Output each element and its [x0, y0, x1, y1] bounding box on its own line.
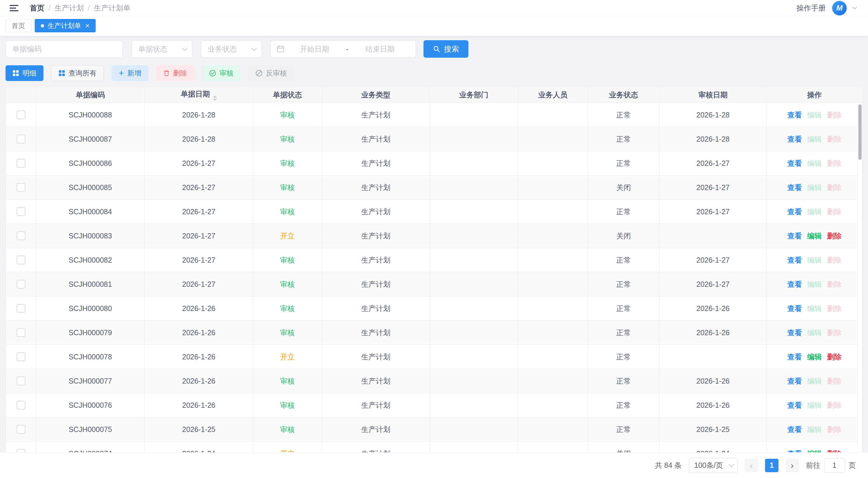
delete-button[interactable]: 删除 [156, 65, 194, 81]
prev-page-button[interactable]: ‹ [745, 459, 758, 472]
view-link[interactable]: 查看 [787, 207, 802, 216]
delete-link[interactable]: 删除 [827, 135, 842, 143]
edit-link[interactable]: 编辑 [807, 183, 822, 192]
cell-biz-type: 生产计划 [322, 200, 430, 224]
row-checkbox[interactable] [17, 352, 25, 361]
delete-link[interactable]: 删除 [827, 183, 842, 192]
cell-actions: 查看编辑删除 [767, 297, 862, 320]
view-link[interactable]: 查看 [787, 232, 802, 240]
row-checkbox[interactable] [17, 401, 25, 410]
edit-link[interactable]: 编辑 [807, 329, 822, 337]
view-link[interactable]: 查看 [787, 353, 802, 361]
row-checkbox[interactable] [17, 183, 25, 192]
audit-button[interactable]: 审核 [202, 65, 241, 81]
edit-link[interactable]: 编辑 [807, 401, 822, 409]
delete-link[interactable]: 删除 [827, 377, 842, 385]
row-checkbox[interactable] [17, 159, 25, 168]
edit-link[interactable]: 编辑 [807, 159, 822, 167]
view-link[interactable]: 查看 [787, 256, 802, 264]
biz-status-select[interactable]: 业务状态 [201, 40, 261, 58]
view-link[interactable]: 查看 [787, 377, 802, 385]
delete-link[interactable]: 删除 [827, 232, 842, 240]
view-link[interactable]: 查看 [787, 111, 802, 119]
vertical-scrollbar-thumb[interactable] [858, 104, 862, 160]
page-number-button[interactable]: 1 [765, 459, 778, 472]
tab-production-plan[interactable]: 生产计划单 × [35, 19, 96, 32]
avatar[interactable]: M [832, 1, 847, 15]
cell-biz-type: 生产计划 [322, 320, 430, 345]
edit-link[interactable]: 编辑 [807, 280, 822, 288]
doc-code-input[interactable] [5, 40, 123, 58]
col-doc-status: 单据状态 [253, 87, 322, 103]
tab-home[interactable]: 首页 [5, 19, 31, 32]
delete-link[interactable]: 删除 [827, 207, 842, 216]
breadcrumb-production-plan[interactable]: 生产计划 [55, 3, 84, 13]
edit-link[interactable]: 编辑 [807, 425, 822, 434]
row-checkbox[interactable] [17, 110, 25, 119]
vertical-scrollbar-track[interactable] [858, 103, 862, 452]
next-page-button[interactable]: › [785, 459, 799, 472]
sort-caret-icon[interactable] [213, 96, 217, 101]
row-checkbox[interactable] [17, 304, 25, 313]
query-all-button[interactable]: 查询所有 [51, 65, 104, 81]
row-checkbox[interactable] [17, 135, 25, 143]
row-checkbox[interactable] [17, 328, 25, 337]
delete-link[interactable]: 删除 [827, 280, 842, 288]
doc-status-select[interactable]: 单据状态 [131, 40, 192, 58]
delete-link[interactable]: 删除 [827, 449, 842, 453]
row-checkbox[interactable] [17, 449, 25, 452]
row-checkbox[interactable] [17, 377, 25, 385]
view-link[interactable]: 查看 [787, 159, 802, 167]
search-button[interactable]: 搜索 [424, 40, 468, 58]
goto-page-input[interactable] [824, 458, 845, 473]
row-checkbox[interactable] [17, 425, 25, 434]
delete-link[interactable]: 删除 [827, 256, 842, 264]
delete-link[interactable]: 删除 [827, 159, 842, 167]
edit-link[interactable]: 编辑 [807, 304, 822, 312]
edit-link[interactable]: 编辑 [807, 111, 822, 119]
manual-link[interactable]: 操作手册 [797, 3, 826, 13]
view-link[interactable]: 查看 [787, 280, 802, 288]
view-link[interactable]: 查看 [787, 183, 802, 192]
row-select-cell [6, 127, 36, 151]
tab-close-icon[interactable]: × [85, 22, 90, 29]
edit-link[interactable]: 编辑 [807, 377, 822, 385]
delete-link[interactable]: 删除 [827, 353, 842, 361]
cell-actions: 查看编辑删除 [767, 175, 862, 200]
delete-link[interactable]: 删除 [827, 329, 842, 337]
edit-link[interactable]: 编辑 [807, 135, 822, 143]
row-checkbox[interactable] [17, 255, 25, 264]
edit-link[interactable]: 编辑 [807, 353, 822, 361]
doc-status-text: 开立 [280, 353, 295, 361]
view-link[interactable]: 查看 [787, 329, 802, 337]
edit-link[interactable]: 编辑 [807, 232, 822, 240]
col-biz-status: 业务状态 [588, 87, 659, 103]
view-link[interactable]: 查看 [787, 449, 802, 453]
edit-link[interactable]: 编辑 [807, 256, 822, 264]
delete-link[interactable]: 删除 [827, 401, 842, 409]
cell-doc-date: 2026-1-24 [145, 442, 253, 452]
view-link[interactable]: 查看 [787, 401, 802, 409]
row-checkbox[interactable] [17, 207, 25, 216]
detail-button[interactable]: 明细 [5, 65, 43, 81]
date-range-picker[interactable]: 开始日期 - 结束日期 [270, 40, 416, 58]
unaudit-button[interactable]: 反审核 [248, 65, 294, 81]
cell-doc-status: 审核 [253, 417, 322, 442]
delete-link[interactable]: 删除 [827, 304, 842, 312]
edit-link[interactable]: 编辑 [807, 449, 822, 453]
menu-collapse-icon[interactable] [8, 2, 20, 14]
view-link[interactable]: 查看 [787, 135, 802, 143]
view-link[interactable]: 查看 [787, 304, 802, 312]
cell-biz-person [518, 345, 588, 369]
edit-link[interactable]: 编辑 [807, 207, 822, 216]
view-link[interactable]: 查看 [787, 425, 802, 434]
avatar-caret-icon[interactable] [852, 5, 857, 10]
breadcrumb-home[interactable]: 首页 [30, 3, 44, 13]
page-size-select[interactable]: 100条/页 [689, 458, 738, 473]
row-checkbox[interactable] [17, 231, 25, 240]
delete-link[interactable]: 删除 [827, 425, 842, 434]
filter-row: 单据状态 业务状态 开始日期 - 结束日期 [5, 40, 863, 58]
row-checkbox[interactable] [17, 280, 25, 288]
delete-link[interactable]: 删除 [827, 111, 842, 119]
add-button[interactable]: + 新增 [112, 65, 149, 81]
